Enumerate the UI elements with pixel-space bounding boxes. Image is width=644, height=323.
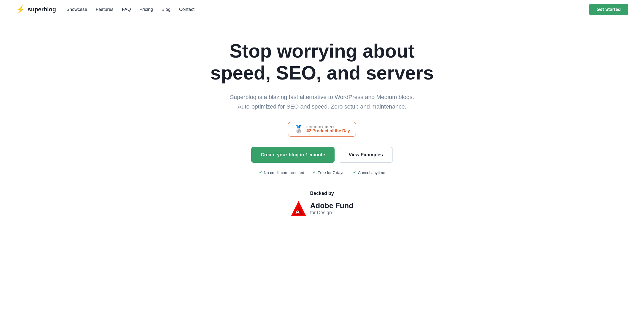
hero-subtitle: Superblog is a blazing fast alternative … — [227, 92, 417, 112]
hero-title: Stop worrying about speed, SEO, and serv… — [210, 40, 433, 84]
perk-free-trial: ✓ Free for 7 days — [313, 170, 344, 175]
ph-badge-text: PRODUCT HUNT #2 Product of the Day — [307, 125, 350, 133]
perk-label-2: Free for 7 days — [318, 170, 344, 175]
backed-by-label: Backed by — [310, 191, 334, 196]
create-blog-button[interactable]: Create your blog in 1 minute — [251, 147, 335, 163]
nav-links: Showcase Features FAQ Pricing Blog Conta… — [66, 7, 194, 12]
perk-label-1: No credit card required — [264, 170, 304, 175]
nav-get-started-button[interactable]: Get Started — [589, 4, 628, 15]
ph-rank: #2 Product of the Day — [307, 129, 350, 133]
perk-no-credit-card: ✓ No credit card required — [259, 170, 304, 175]
adobe-text-block: Adobe Fund for Design — [310, 202, 353, 216]
perk-cancel-anytime: ✓ Cancel anytime — [353, 170, 385, 175]
nav-item-faq[interactable]: FAQ — [122, 7, 131, 12]
check-icon-1: ✓ — [259, 170, 262, 175]
navbar: ⚡ superblog Showcase Features FAQ Pricin… — [0, 0, 644, 19]
adobe-for-design-text: for Design — [310, 210, 332, 216]
check-icon-3: ✓ — [353, 170, 356, 175]
logo-link[interactable]: ⚡ superblog — [16, 6, 56, 13]
hero-title-line2: speed, SEO, and servers — [210, 62, 433, 83]
nav-item-contact[interactable]: Contact — [179, 7, 195, 12]
perk-label-3: Cancel anytime — [358, 170, 385, 175]
lightning-icon: ⚡ — [16, 6, 25, 13]
nav-item-pricing[interactable]: Pricing — [139, 7, 153, 12]
nav-item-features[interactable]: Features — [96, 7, 113, 12]
nav-item-blog[interactable]: Blog — [162, 7, 171, 12]
perks-row: ✓ No credit card required ✓ Free for 7 d… — [259, 170, 385, 175]
backed-by-section: Backed by A Adobe Fund for Design — [291, 191, 353, 216]
check-icon-2: ✓ — [313, 170, 316, 175]
cta-buttons: Create your blog in 1 minute View Exampl… — [251, 147, 393, 163]
view-examples-button[interactable]: View Examples — [339, 147, 393, 163]
medal-icon: 🥈 — [294, 125, 303, 134]
navbar-left: ⚡ superblog Showcase Features FAQ Pricin… — [16, 6, 194, 13]
product-hunt-badge[interactable]: 🥈 PRODUCT HUNT #2 Product of the Day — [288, 122, 356, 137]
hero-section: Stop worrying about speed, SEO, and serv… — [0, 19, 644, 232]
logo-text: superblog — [28, 6, 56, 13]
ph-label: PRODUCT HUNT — [307, 125, 335, 129]
adobe-icon: A — [291, 200, 307, 216]
hero-title-line1: Stop worrying about — [230, 40, 415, 62]
svg-text:A: A — [295, 208, 300, 215]
adobe-fund-text: Adobe Fund — [310, 202, 353, 210]
adobe-logo: A Adobe Fund for Design — [291, 200, 353, 216]
nav-item-showcase[interactable]: Showcase — [66, 7, 87, 12]
